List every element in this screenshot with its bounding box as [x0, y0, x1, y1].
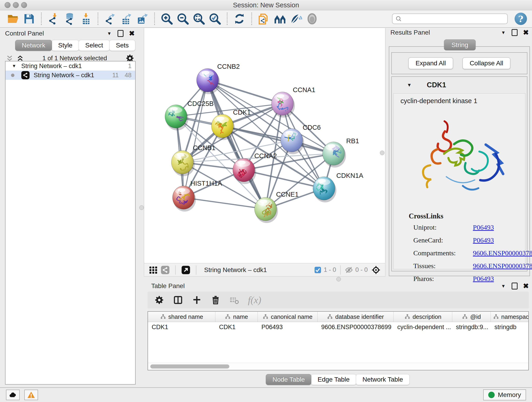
- table-row[interactable]: CDK1 CDK1 P06493 9606.ENSP00000378699 cy…: [148, 322, 528, 332]
- tab-select[interactable]: Select: [79, 40, 110, 51]
- apply-layout-button[interactable]: [233, 12, 246, 26]
- network-node-CDKN1A[interactable]: [313, 177, 336, 202]
- cell-id[interactable]: stringdb:9...: [452, 324, 491, 331]
- tab-network-table[interactable]: Network Table: [356, 374, 410, 385]
- cell-description[interactable]: cyclin-dependent ...: [394, 324, 452, 331]
- horizontal-scrollbar[interactable]: [148, 363, 528, 370]
- column-header-name[interactable]: name: [215, 312, 258, 322]
- splitter-handle[interactable]: [380, 151, 385, 155]
- tab-sets[interactable]: Sets: [109, 40, 135, 51]
- toolbar-separator: [41, 13, 42, 25]
- column-header-canonical-name[interactable]: canonical name: [258, 312, 317, 322]
- panel-close-icon[interactable]: ✖: [523, 283, 529, 289]
- node-result-header[interactable]: ▼ CDK1: [392, 77, 527, 93]
- network-canvas[interactable]: CCNB2CCNA1CDC25BCDK1CDC6RB1CCNB1CCNA2CDK…: [144, 28, 385, 263]
- expand-all-button[interactable]: Expand All: [408, 57, 453, 69]
- scrollbar-thumb[interactable]: [150, 364, 229, 369]
- network-node-RB1[interactable]: [323, 142, 346, 167]
- column-header-id[interactable]: @id: [452, 312, 491, 322]
- collection-caret-icon[interactable]: ▼: [12, 64, 16, 69]
- cell-shared-name[interactable]: CDK1: [148, 324, 215, 331]
- cell-name[interactable]: CDK1: [215, 324, 258, 331]
- delete-table-button[interactable]: [229, 295, 240, 305]
- cell-namespace[interactable]: stringdb: [491, 324, 529, 331]
- collapse-all-button[interactable]: Collapse All: [462, 57, 510, 69]
- panel-float-icon[interactable]: [118, 30, 123, 37]
- panel-float-icon[interactable]: [512, 283, 518, 289]
- tab-network[interactable]: Network: [15, 40, 52, 51]
- birdseye-toggle-button[interactable]: [371, 265, 381, 275]
- network-view[interactable]: CCNB2CCNA1CDC25BCDK1CDC6RB1CCNB1CCNA2CDK…: [144, 28, 385, 263]
- export-network-icon: [104, 13, 116, 25]
- selected-checkbox-icon[interactable]: [314, 266, 322, 274]
- zoom-selected-button[interactable]: [208, 12, 222, 26]
- attribute-icon: [160, 314, 166, 320]
- search-field[interactable]: [392, 13, 508, 24]
- create-column-button[interactable]: [191, 295, 202, 305]
- zoom-out-button[interactable]: [176, 12, 190, 26]
- help-button[interactable]: ?: [515, 13, 527, 25]
- cloud-status-button[interactable]: [6, 390, 20, 400]
- birds-eye-view-button[interactable]: [305, 12, 319, 26]
- panel-collapse-icon[interactable]: ▼: [501, 30, 506, 35]
- panel-float-icon[interactable]: [512, 29, 518, 36]
- network-row-selected[interactable]: String Network – cdk1 11 48: [6, 70, 135, 80]
- show-columns-button[interactable]: [173, 295, 183, 305]
- crosslink-link[interactable]: 9606.ENSP00000378699: [473, 249, 532, 257]
- network-collection-row[interactable]: ▼ String Network – cdk1 1: [6, 61, 135, 70]
- detach-view-button[interactable]: [181, 265, 191, 275]
- network-node-HIST1H1A[interactable]: [172, 184, 196, 211]
- crosslink-link[interactable]: P06493: [473, 223, 494, 231]
- network-node-CDK1[interactable]: [211, 114, 235, 140]
- warnings-button[interactable]: [24, 390, 38, 400]
- panel-collapse-icon[interactable]: ▼: [107, 31, 112, 36]
- save-session-button[interactable]: [22, 12, 36, 26]
- table-options-button[interactable]: [154, 295, 165, 305]
- export-network-button[interactable]: [103, 12, 117, 26]
- column-header-shared-name[interactable]: shared name: [148, 312, 215, 322]
- network-node-CDC6[interactable]: [281, 127, 304, 154]
- network-node-CCNA2[interactable]: [233, 158, 256, 184]
- zoom-in-button[interactable]: [160, 12, 174, 26]
- tab-style[interactable]: Style: [51, 40, 79, 51]
- panel-close-icon[interactable]: ✖: [129, 30, 135, 37]
- memory-indicator[interactable]: Memory: [483, 389, 526, 400]
- grid-view-button[interactable]: [148, 265, 158, 275]
- column-header-namespace[interactable]: namespace: [491, 312, 529, 322]
- splitter-handle[interactable]: [336, 277, 341, 281]
- network-node-CDC25B[interactable]: [165, 105, 188, 130]
- tab-edge-table[interactable]: Edge Table: [311, 374, 356, 385]
- column-header-database-identifier[interactable]: database identifier: [317, 312, 394, 322]
- hidden-eye-icon[interactable]: [345, 266, 353, 274]
- tab-string[interactable]: String: [444, 39, 476, 51]
- zoom-out-icon: [177, 13, 189, 25]
- network-view-mode-button[interactable]: [160, 265, 170, 275]
- zoom-fit-button[interactable]: [192, 12, 206, 26]
- network-node-CCNB2[interactable]: [196, 65, 220, 94]
- cell-canonical-name[interactable]: P06493: [258, 324, 317, 331]
- duplicate-network-button[interactable]: [257, 12, 271, 26]
- tab-node-table[interactable]: Node Table: [266, 374, 311, 385]
- cell-database-identifier[interactable]: 9606.ENSP00000378699: [317, 324, 394, 331]
- delete-column-button[interactable]: [210, 295, 221, 305]
- network-edge[interactable]: [208, 80, 266, 209]
- search-input[interactable]: [404, 15, 505, 23]
- import-network-database-button[interactable]: [63, 12, 76, 26]
- export-table-button[interactable]: [119, 12, 133, 26]
- import-table-file-button[interactable]: [79, 12, 93, 26]
- column-header-description[interactable]: description: [394, 312, 452, 322]
- network-node-CCNA1[interactable]: [272, 92, 295, 118]
- import-network-file-button[interactable]: [47, 12, 60, 26]
- function-builder-button[interactable]: f(x): [248, 294, 261, 306]
- crosslink-link[interactable]: 9606.ENSP00000378699: [473, 262, 532, 270]
- export-image-button[interactable]: [135, 12, 149, 26]
- first-neighbors-button[interactable]: [273, 12, 287, 26]
- panel-close-icon[interactable]: ✖: [523, 29, 529, 36]
- splitter-handle[interactable]: [139, 205, 144, 210]
- memory-label: Memory: [498, 391, 521, 399]
- panel-collapse-icon[interactable]: ▼: [501, 283, 506, 289]
- crosslink-link[interactable]: P06493: [473, 236, 494, 244]
- open-session-button[interactable]: [6, 12, 20, 26]
- entry-caret-icon[interactable]: ▼: [407, 82, 412, 88]
- graphics-details-button[interactable]: [289, 12, 303, 26]
